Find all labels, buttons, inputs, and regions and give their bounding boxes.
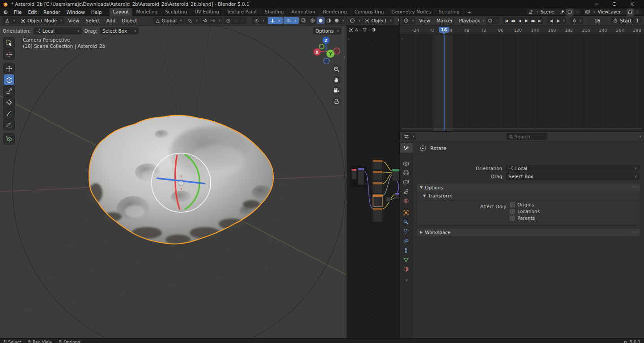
orientation-field[interactable]: Local ∨ [506,165,640,172]
timeline-menu-marker[interactable]: Marker [434,18,455,23]
pan-button[interactable] [332,75,341,85]
snap-controls[interactable]: ∨ [201,17,223,24]
new-scene-button[interactable] [566,9,574,16]
workspace-tab-shading[interactable]: Shading [261,8,288,16]
proportional-editing-controls[interactable]: ∨ [224,17,246,24]
options-dropdown[interactable]: Options∨ [313,27,341,34]
camera-view-button[interactable] [332,86,341,95]
menu-file[interactable]: File [11,8,25,16]
properties-tab-world[interactable] [400,196,413,206]
navigation-axis-gizmo[interactable]: Z X Y [312,35,340,64]
record-controls[interactable]: ∨ [486,17,499,24]
lock-button[interactable] [332,97,341,106]
properties-tab-object[interactable] [400,208,413,217]
play-button[interactable]: ▶ [523,18,530,23]
mode-selector[interactable]: Object Mode∨ [18,17,64,24]
step-dropdown[interactable]: ∨ [563,19,565,22]
properties-tab-view-layer[interactable] [400,177,413,187]
move-tool[interactable] [4,63,14,74]
properties-editor[interactable]: ∨ ∨ ∨ Rotate Orientation Local ∨ [399,131,644,338]
minimize-button[interactable] [588,0,606,8]
editor-type-button[interactable]: ∨ [2,17,17,24]
show-gizmo-toggle[interactable]: ∨ [268,17,283,24]
workspace-panel-header[interactable]: ▶ Workspace ∷∷ [417,228,640,236]
viewport-menu-select[interactable]: Select [83,18,102,23]
properties-tab-object-data[interactable] [400,255,413,264]
checkbox-origins[interactable] [510,202,515,207]
properties-tab-modifiers[interactable] [400,217,413,227]
timeline-body[interactable]: › [400,34,644,131]
xray-toggle[interactable] [300,17,308,24]
object-type-visibility-button[interactable]: ∨ [252,17,267,24]
menu-window[interactable]: Window [63,8,88,16]
jump-to-start-button[interactable]: |◀ [503,19,509,23]
transform-subpanel-header[interactable]: ▼ Transform [423,193,453,199]
current-frame-field[interactable]: 16 [588,17,607,24]
play-reverse-button[interactable]: ◀ [516,19,523,23]
pivot-point-selector[interactable]: ∨ [185,17,200,24]
viewport-3d[interactable]: ∨ Object Mode∨ View Select Add Object Gl… [0,16,347,338]
scale-tool[interactable] [4,86,14,96]
shading-rendered-button[interactable] [333,17,341,24]
checkbox-locations[interactable] [510,209,515,214]
blender-menu-icon[interactable] [0,9,11,15]
workspace-tab-geometry-nodes[interactable]: Geometry Nodes [388,8,435,16]
node-canvas[interactable] [347,26,399,338]
workspace-tab-layout[interactable]: Layout [110,8,133,16]
shading-dropdown[interactable]: ∨ [342,19,344,22]
select-box-tool[interactable] [4,38,14,48]
node-context-selector[interactable]: Object∨ [363,17,394,24]
editor-type-button[interactable]: ∨ [348,17,362,24]
timeline-menu-playback[interactable]: Playback [456,18,483,23]
step-forward-button[interactable]: |▶ [555,19,561,23]
add-workspace-button[interactable]: + [464,9,475,15]
workspace-tab-sculpting[interactable]: Sculpting [161,8,191,16]
properties-tab-scene[interactable] [400,187,413,196]
keying-controls[interactable]: ∨ [570,17,584,24]
rotate-tool[interactable] [4,74,14,85]
close-button[interactable] [623,0,641,8]
properties-tab-tool[interactable] [400,143,413,153]
node-editor-menu-view-clipped[interactable]: View [395,18,399,23]
properties-tab-material[interactable] [400,264,413,274]
workspace-tab-compositing[interactable]: Compositing [351,8,388,16]
viewport-menu-add[interactable]: Add [104,18,118,23]
workspace-tab-animation[interactable]: Animation [288,8,319,16]
options-panel-header[interactable]: ▼ Options ∷∷ [417,184,640,191]
shading-material-button[interactable] [325,17,333,24]
channel-region-arrow[interactable]: › [402,36,403,41]
search-input[interactable] [515,134,542,139]
annotate-tool[interactable] [4,108,14,119]
delete-view-layer-button[interactable] [636,10,640,14]
asteroid-mesh[interactable] [89,115,273,244]
viewport-menu-object[interactable]: Object [119,18,140,23]
workspace-tab-scripting[interactable]: Scripting [435,8,464,16]
region-toggle-arrow[interactable]: › [348,37,350,41]
tool-orientation-dropdown[interactable]: Local ∨ [34,27,82,34]
add-cube-tool[interactable] [4,133,14,144]
transform-orientation-selector[interactable]: Global∨ [153,17,185,24]
delete-scene-button[interactable] [575,10,579,14]
properties-tab-constraints[interactable] [400,245,413,255]
properties-search[interactable] [507,133,547,140]
menu-render[interactable]: Render [40,8,63,16]
timeline-ruler[interactable]: -2402448729612014416819221624026428816 [400,26,644,34]
workspace-tab-texture-paint[interactable]: Texture Paint [223,8,261,16]
shading-wireframe-button[interactable] [309,17,317,24]
drag-field[interactable]: Select Box ∨ [506,173,640,180]
new-view-layer-button[interactable] [627,9,634,16]
timeline-scrollbar[interactable] [402,128,642,129]
tool-drag-dropdown[interactable]: Select Box ∨ [100,27,139,34]
editor-type-button[interactable]: ∨ [402,17,415,24]
properties-tab-particles[interactable] [400,227,413,236]
workspace-tab-uv-editing[interactable]: UV Editing [191,8,223,16]
transform-tool[interactable] [4,97,14,107]
menu-edit[interactable]: Edit [25,8,40,16]
menu-help[interactable]: Help [88,8,105,16]
workspace-tab-modeling[interactable]: Modeling [132,8,161,16]
prev-keyframe-button[interactable]: ◀◆ [509,19,516,23]
zoom-button[interactable] [332,64,341,74]
maximize-button[interactable] [606,0,623,8]
properties-tab-output[interactable] [400,168,413,177]
step-back-button[interactable]: ◀| [548,19,555,23]
